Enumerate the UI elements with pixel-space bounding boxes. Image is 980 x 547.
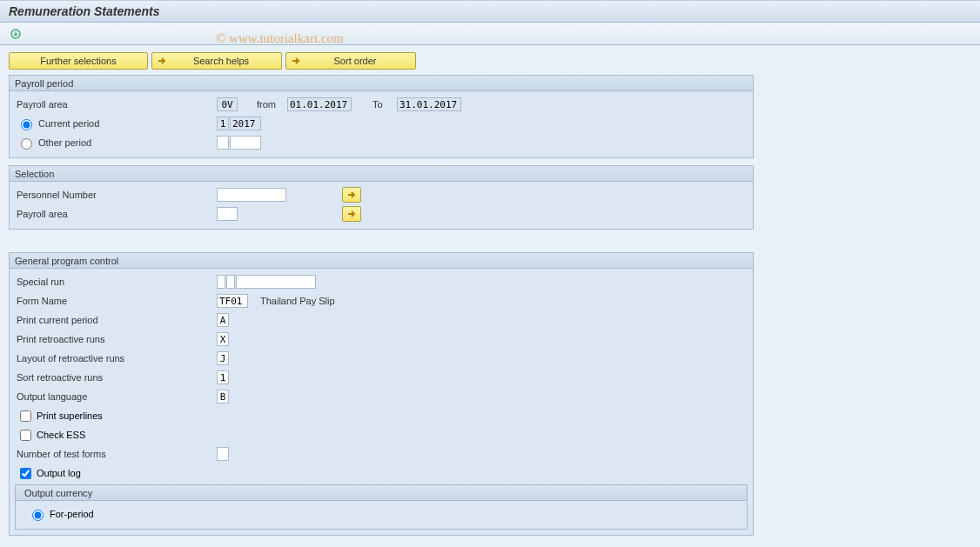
payroll-area-label: Payroll area: [17, 99, 217, 110]
payroll-period-group: Payroll period Payroll area from To Curr…: [9, 75, 754, 158]
form-name-input[interactable]: [217, 294, 248, 308]
personnel-number-label: Personnel Number: [17, 190, 217, 200]
radio-label-text: For-period: [50, 509, 94, 519]
selection-payroll-area-input[interactable]: [217, 207, 238, 221]
checkbox-label-text: Output log: [37, 468, 81, 478]
sort-order-button[interactable]: Sort order: [285, 52, 416, 70]
output-language-input[interactable]: [217, 390, 229, 404]
title-bar: Remuneration Statements: [0, 0, 980, 23]
print-current-period-input[interactable]: [217, 313, 229, 327]
checkbox-label-text: Print superlines: [37, 410, 103, 421]
button-label: Sort order: [305, 56, 405, 66]
arrow-right-icon: [290, 55, 302, 67]
main-area: Further selections Search helps Sort ord…: [0, 45, 980, 547]
check-ess-checkbox-input[interactable]: [20, 430, 31, 441]
number-of-test-forms-label: Number of test forms: [17, 449, 217, 459]
payroll-area-input[interactable]: [217, 97, 238, 111]
print-retroactive-runs-label: Print retroactive runs: [17, 334, 217, 344]
print-retroactive-runs-input[interactable]: [217, 332, 229, 346]
search-helps-button[interactable]: Search helps: [151, 52, 282, 70]
number-of-test-forms-input[interactable]: [217, 447, 229, 461]
form-name-label: Form Name: [17, 296, 217, 306]
print-superlines-checkbox-input[interactable]: [20, 410, 31, 422]
current-period-radio[interactable]: Current period: [17, 117, 217, 130]
further-selections-button[interactable]: Further selections: [9, 52, 148, 70]
button-label: Further selections: [40, 56, 116, 66]
checkbox-label-text: Check ESS: [37, 430, 85, 440]
execute-icon[interactable]: [9, 27, 23, 41]
special-run-input-1[interactable]: [217, 275, 225, 289]
to-label: To: [373, 99, 397, 110]
other-period-radio[interactable]: Other period: [17, 136, 217, 150]
current-period-year-input[interactable]: [230, 117, 261, 130]
output-language-label: Output language: [17, 391, 217, 402]
other-period-radio-input[interactable]: [21, 138, 32, 150]
output-log-checkbox[interactable]: Output log: [17, 465, 81, 482]
print-current-period-label: Print current period: [17, 315, 217, 325]
group-header: Output currency: [16, 485, 747, 501]
to-date-input[interactable]: [397, 97, 461, 111]
radio-label-text: Other period: [38, 137, 91, 148]
other-period-year-input[interactable]: [230, 136, 261, 150]
output-log-checkbox-input[interactable]: [20, 468, 31, 479]
button-label: Search helps: [171, 56, 271, 66]
general-program-control-group: General program control Special run Form…: [9, 252, 754, 536]
check-ess-checkbox[interactable]: Check ESS: [17, 427, 85, 444]
page-title: Remuneration Statements: [9, 4, 159, 18]
for-period-radio-input[interactable]: [32, 510, 44, 521]
personnel-number-input[interactable]: [217, 188, 286, 202]
group-header: General program control: [10, 253, 753, 269]
from-label: from: [257, 99, 287, 110]
selection-group: Selection Personnel Number Payroll area: [9, 165, 754, 230]
output-currency-group: Output currency For-period: [15, 484, 748, 530]
form-name-desc: Thailand Pay Slip: [260, 296, 335, 306]
arrow-right-icon: [156, 55, 168, 67]
sort-retroactive-runs-input[interactable]: [217, 370, 229, 384]
for-period-radio[interactable]: For-period: [28, 507, 94, 521]
button-row: Further selections Search helps Sort ord…: [9, 52, 971, 70]
current-period-num-input[interactable]: [217, 117, 229, 130]
payroll-area-more-button[interactable]: [342, 206, 361, 222]
layout-retroactive-runs-input[interactable]: [217, 351, 229, 365]
other-period-num-input[interactable]: [217, 136, 229, 150]
selection-payroll-area-label: Payroll area: [17, 209, 217, 219]
radio-label-text: Current period: [38, 118, 99, 129]
special-run-input-3[interactable]: [236, 275, 316, 289]
from-date-input[interactable]: [287, 97, 352, 111]
special-run-input-2[interactable]: [226, 275, 235, 289]
sort-retroactive-runs-label: Sort retroactive runs: [17, 372, 217, 383]
toolbar: [0, 23, 980, 45]
special-run-label: Special run: [17, 277, 217, 287]
group-header: Payroll period: [10, 76, 753, 91]
layout-retroactive-runs-label: Layout of retroactive runs: [17, 353, 217, 364]
group-header: Selection: [10, 166, 753, 182]
current-period-radio-input[interactable]: [21, 119, 32, 130]
personnel-number-more-button[interactable]: [342, 187, 361, 203]
print-superlines-checkbox[interactable]: Print superlines: [17, 408, 103, 424]
